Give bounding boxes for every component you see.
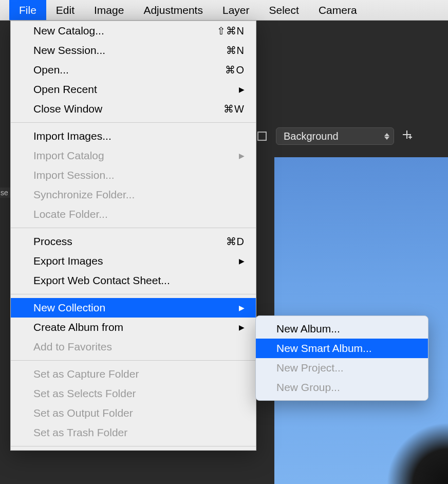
menu-item-label: Create Album from (33, 321, 123, 333)
submenu-item[interactable]: New Smart Album... (256, 339, 428, 358)
menu-separator (11, 122, 256, 123)
menu-item[interactable]: Process⌘D (11, 232, 256, 251)
submenu-item-label: New Project... (276, 362, 344, 374)
svg-rect-0 (258, 132, 266, 140)
menu-item-label: Process (33, 235, 72, 248)
menubar-item-label: Select (269, 4, 299, 16)
submenu-arrow-icon: ▶ (239, 85, 245, 94)
menu-item-label: Import Session... (33, 169, 115, 181)
menubar-item-label: File (19, 4, 36, 16)
menu-item-label: Set as Trash Folder (33, 426, 127, 439)
menubar-item-label: Edit (56, 4, 74, 16)
menu-separator (11, 446, 256, 446)
menu-item-label: Locate Folder... (33, 208, 108, 220)
menu-item[interactable]: Export Images▶ (11, 251, 256, 271)
menu-item[interactable]: New Catalog...⇧⌘N (11, 21, 256, 41)
submenu-item: New Project... (256, 358, 428, 378)
menu-item: Synchronize Folder... (11, 185, 256, 204)
menu-item[interactable]: Create Album from▶ (11, 318, 256, 337)
menu-item[interactable]: Import Images... (11, 126, 256, 146)
menu-item-label: Add to Favorites (33, 341, 112, 353)
menu-item-shortcut: ⌘D (226, 235, 245, 248)
menubar-item-label: Image (94, 4, 124, 16)
menu-item-label: Close Window (33, 103, 102, 115)
menubar-item-file[interactable]: File (9, 0, 46, 20)
submenu-arrow-icon: ▶ (239, 304, 245, 312)
crop-icon[interactable] (255, 129, 269, 143)
menu-item-label: Set as Selects Folder (33, 387, 136, 400)
menu-item-label: Synchronize Folder... (33, 189, 135, 201)
submenu-item-label: New Group... (276, 381, 340, 394)
menu-item-label: Open Recent (33, 83, 97, 96)
menu-item: Add to Favorites (11, 337, 256, 357)
updown-arrows-icon (384, 133, 389, 140)
layer-dropdown[interactable]: Background (276, 127, 394, 145)
menu-separator (11, 294, 256, 294)
toolbar: Background (255, 127, 413, 145)
menu-item-label: New Collection (33, 302, 105, 314)
submenu-item[interactable]: New Album... (256, 319, 428, 339)
menu-item: Import Catalog▶ (11, 146, 256, 165)
menu-item-label: Open... (33, 64, 69, 76)
menu-item-label: Set as Capture Folder (33, 368, 139, 380)
svg-rect-2 (410, 136, 411, 139)
new-collection-submenu: New Album...New Smart Album...New Projec… (255, 315, 428, 401)
menu-item: Locate Folder... (11, 204, 256, 224)
menu-item-label: Import Catalog (33, 150, 104, 162)
menu-item: Set as Capture Folder (11, 364, 256, 384)
menu-item[interactable]: Open...⌘O (11, 60, 256, 80)
menu-item-label: Export Images (33, 255, 103, 267)
menubar-item-label: Layer (222, 4, 250, 16)
menu-item: Set as Trash Folder (11, 423, 256, 442)
add-layer-button[interactable] (401, 129, 413, 143)
menu-item-shortcut: ⌘W (223, 103, 245, 115)
submenu-item-label: New Smart Album... (276, 342, 372, 355)
menu-item-label: Export Web Contact Sheet... (33, 274, 170, 287)
menu-separator (11, 360, 256, 361)
menu-item-shortcut: ⌘O (225, 64, 245, 76)
menu-item: Import Session... (11, 165, 256, 185)
submenu-arrow-icon: ▶ (239, 257, 245, 265)
submenu-item-label: New Album... (276, 323, 340, 335)
dropdown-label: Background (284, 131, 339, 142)
menu-item-label: Import Images... (33, 130, 111, 142)
submenu-arrow-icon: ▶ (239, 152, 245, 160)
menu-item-shortcut: ⇧⌘N (217, 25, 245, 37)
menu-separator (11, 228, 256, 228)
submenu-arrow-icon: ▶ (239, 323, 245, 331)
menubar-item-layer[interactable]: Layer (213, 0, 259, 20)
photo-subject (386, 422, 448, 484)
menu-item[interactable]: Open Recent▶ (11, 80, 256, 99)
menubar-item-image[interactable]: Image (84, 0, 134, 20)
menubar-leading (0, 0, 9, 20)
menu-item-shortcut: ⌘N (226, 44, 245, 57)
menu-item-label: New Catalog... (33, 25, 104, 37)
menubar-item-camera[interactable]: Camera (309, 0, 367, 20)
menu-item[interactable]: New Session...⌘N (11, 41, 256, 60)
menu-item[interactable]: Close Window⌘W (11, 99, 256, 119)
menu-item-label: New Session... (33, 44, 105, 57)
menu-item[interactable]: Export Web Contact Sheet... (11, 271, 256, 290)
menu-item[interactable]: New Collection▶ (11, 298, 256, 318)
menubar-item-select[interactable]: Select (259, 0, 309, 20)
menubar-item-edit[interactable]: Edit (46, 0, 84, 20)
menubar: File Edit Image Adjustments Layer Select… (0, 0, 448, 21)
menu-item-label: Set as Output Folder (33, 407, 133, 419)
menu-item: Set as Output Folder (11, 403, 256, 423)
menubar-item-label: Camera (319, 4, 357, 16)
sidebar-fragment: se (0, 188, 10, 198)
file-menu: New Catalog...⇧⌘NNew Session...⌘NOpen...… (10, 21, 256, 451)
submenu-item: New Group... (256, 378, 428, 397)
menu-item: Set as Selects Folder (11, 384, 256, 403)
menubar-item-adjustments[interactable]: Adjustments (134, 0, 213, 20)
menubar-item-label: Adjustments (143, 4, 203, 16)
